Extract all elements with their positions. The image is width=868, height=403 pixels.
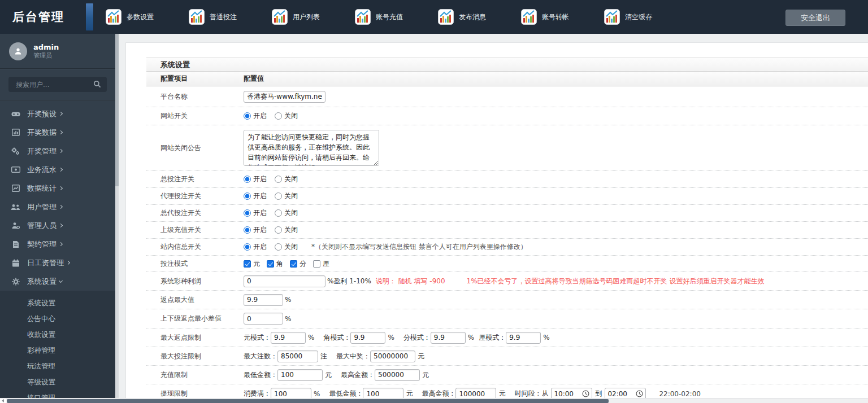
checkbox-jiao[interactable] — [267, 260, 274, 268]
submenu-item-system-settings[interactable]: 系统设置 — [0, 295, 115, 311]
field-unit: 元 — [498, 389, 505, 398]
document-icon — [11, 240, 20, 248]
topnav-item-label: 普通投注 — [210, 12, 237, 22]
field-label: 元模式： — [244, 333, 271, 343]
radio-on[interactable] — [244, 112, 251, 120]
topnav-item-normal-bet[interactable]: 普通投注 — [189, 9, 237, 25]
scroll-left-button[interactable] — [0, 398, 6, 403]
sidebar-item-business-flow[interactable]: 业务流水 — [0, 160, 115, 179]
row-label: 充值限制 — [146, 370, 244, 380]
max-win-input[interactable] — [370, 351, 415, 362]
sidebar-item-data-stats[interactable]: 数据统计 — [0, 179, 115, 198]
field-unit: 元 — [418, 352, 424, 361]
radio-off[interactable] — [275, 243, 282, 251]
sidebar-item-label: 业务流水 — [27, 165, 57, 175]
rebate-max-input[interactable] — [244, 294, 283, 306]
radio-off[interactable] — [275, 176, 282, 183]
sidebar-item-system-settings[interactable]: 系统设置 — [0, 272, 115, 291]
radio-off[interactable] — [275, 209, 282, 217]
radio-on[interactable] — [244, 209, 251, 217]
topnav-item-recharge[interactable]: 账号充值 — [355, 9, 403, 25]
field-label: 消费满： — [244, 389, 271, 398]
logout-button[interactable]: 安全退出 — [785, 10, 845, 26]
row-label: 代理投注开关 — [146, 191, 244, 201]
checkbox-li[interactable] — [313, 260, 320, 268]
li-mode-input[interactable] — [506, 332, 541, 344]
checkbox-fen[interactable] — [290, 260, 297, 268]
topnav-item-label: 账号充值 — [376, 12, 403, 22]
topbar: 后台管理 参数设置 普通投注 用户列表 账号充值 发布消息 — [0, 0, 868, 34]
submenu-item-play-manage[interactable]: 玩法管理 — [0, 358, 115, 374]
settings-table: 系统设置 配置项目 配置值 平台名称 网站开关 开启 — [146, 57, 868, 398]
chevron-down-icon — [59, 278, 63, 282]
radio-label: 关闭 — [284, 208, 298, 218]
field-label: 分模式： — [403, 333, 431, 343]
sidebar-item-lottery-data[interactable]: 开奖数据 — [0, 123, 115, 142]
field-unit: 元 — [325, 370, 332, 380]
field-label: 最高金额： — [422, 389, 455, 398]
accent-stripe — [86, 3, 93, 30]
chart-icon — [272, 9, 288, 25]
radio-label: 关闭 — [284, 242, 298, 252]
radio-off[interactable] — [275, 112, 282, 120]
user-name: admin — [33, 43, 59, 52]
setting-row-rebate-min-diff: 上下级返点最小差值 % — [146, 309, 868, 328]
sidebar-item-contract-manage[interactable]: 契约管理 — [0, 235, 115, 253]
recharge-min-input[interactable] — [277, 369, 323, 381]
time-to-input[interactable] — [607, 390, 636, 398]
horizontal-scrollbar-thumb[interactable] — [7, 399, 609, 403]
users-icon — [11, 203, 20, 211]
submenu-item-announcement-center[interactable]: 公告中心 — [0, 311, 115, 327]
clock-icon — [582, 390, 589, 397]
radio-label: 开启 — [253, 111, 267, 121]
chart-icon — [438, 9, 454, 25]
search-input[interactable] — [8, 77, 107, 92]
topnav-item-publish-message[interactable]: 发布消息 — [438, 9, 486, 25]
sidebar-item-user-manage[interactable]: 用户管理 — [0, 198, 115, 216]
submenu-item-payment-settings[interactable]: 收款设置 — [0, 327, 115, 343]
sidebar-item-lottery-preset[interactable]: 开奖预设 — [0, 104, 115, 123]
platform-name-input[interactable] — [244, 91, 326, 103]
divider — [0, 68, 115, 69]
close-notice-textarea[interactable]: 为了能让您访问更快更稳定，同时为您提供更高品质的服务，正在维护系统。因此目前的网… — [244, 130, 379, 166]
radio-on[interactable] — [244, 192, 251, 200]
submenu-item-level-settings[interactable]: 等级设置 — [0, 374, 115, 390]
max-bet-count-input[interactable] — [277, 351, 318, 362]
time-from-input[interactable] — [554, 390, 582, 398]
radio-on[interactable] — [244, 226, 251, 234]
radio-on[interactable] — [244, 243, 251, 251]
horizontal-scrollbar[interactable] — [0, 398, 868, 403]
system-profit-input[interactable] — [244, 275, 326, 287]
topnav-item-transfer[interactable]: 账号转帐 — [521, 9, 569, 25]
sidebar-submenu: 系统设置 公告中心 收款设置 彩种管理 玩法管理 等级设置 接口管理 — [0, 291, 115, 403]
checkbox-label: 角 — [276, 259, 283, 269]
withdraw-consume-input[interactable] — [271, 388, 311, 398]
calendar-icon — [11, 259, 20, 267]
fen-mode-input[interactable] — [431, 332, 466, 344]
setting-row-upper-recharge-switch: 上级充值开关 开启 关闭 — [146, 222, 868, 239]
search-icon[interactable] — [93, 80, 101, 90]
radio-label: 关闭 — [284, 191, 298, 201]
withdraw-min-input[interactable] — [363, 388, 403, 398]
jiao-mode-input[interactable] — [350, 332, 385, 344]
sidebar-item-lottery-manage[interactable]: 开奖管理 — [0, 142, 115, 160]
yuan-mode-input[interactable] — [271, 332, 306, 344]
checkbox-yuan[interactable] — [244, 260, 251, 268]
radio-on[interactable] — [244, 176, 251, 183]
radio-off[interactable] — [275, 226, 282, 234]
topnav-item-params[interactable]: 参数设置 — [106, 9, 154, 25]
line-chart-icon — [11, 184, 20, 192]
rebate-min-diff-input[interactable] — [244, 313, 283, 325]
submenu-item-lottery-type-manage[interactable]: 彩种管理 — [0, 343, 115, 358]
withdraw-max-input[interactable] — [455, 388, 496, 398]
topnav-item-clear-cache[interactable]: 清空缓存 — [604, 9, 652, 25]
sidebar-item-admin-staff[interactable]: 管理人员 — [0, 216, 115, 235]
row-label: 最大返点限制 — [146, 333, 244, 343]
radio-off[interactable] — [275, 192, 282, 200]
topnav-item-label: 参数设置 — [127, 12, 154, 22]
gear-icon — [11, 277, 20, 286]
sidebar-item-daily-wage[interactable]: 日工资管理 — [0, 253, 115, 272]
radio-label: 关闭 — [284, 225, 298, 235]
topnav-item-user-list[interactable]: 用户列表 — [272, 9, 320, 25]
recharge-max-input[interactable] — [375, 369, 420, 381]
